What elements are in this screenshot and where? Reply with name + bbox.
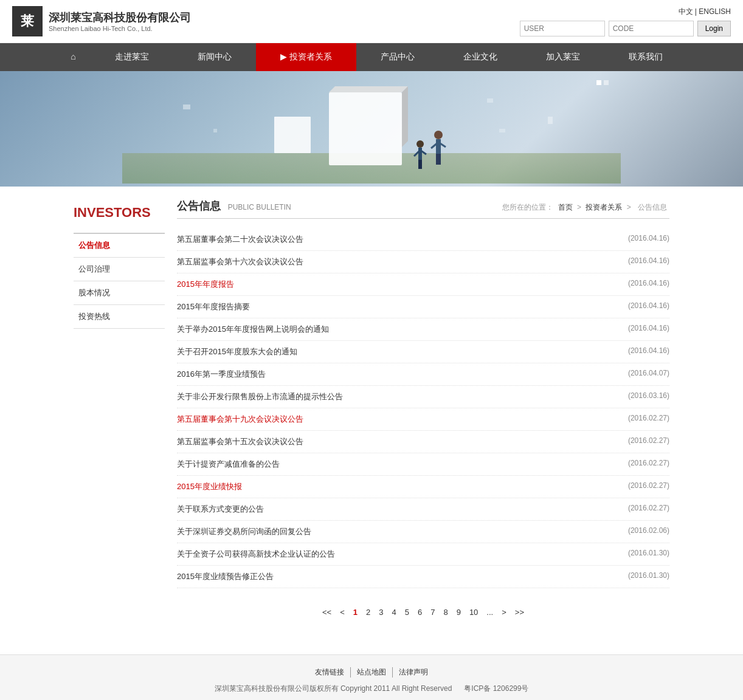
- news-date: (2016.04.16): [628, 301, 669, 312]
- footer-link-0[interactable]: 友情链接: [309, 667, 351, 678]
- news-title-link[interactable]: 关于计提资产减值准备的公告: [177, 459, 280, 470]
- svg-rect-18: [487, 98, 493, 103]
- news-item: 第五届监事会第十六次会议决议公告 (2016.04.16): [177, 251, 669, 273]
- content-header: 公告信息 PUBLIC BULLETIN 您所在的位置： 首页 > 投资者关系 …: [177, 199, 669, 219]
- news-title-link[interactable]: 关于深圳证券交易所问询函的回复公告: [177, 526, 311, 537]
- sidebar: INVESTORS 公告信息 公司治理 股本情况 投资热线: [74, 199, 165, 618]
- pagination-page[interactable]: 5: [403, 606, 412, 618]
- news-date: (2016.02.06): [628, 526, 669, 537]
- news-title-link[interactable]: 2015年度业绩预告修正公告: [177, 571, 274, 582]
- pagination-page[interactable]: 9: [454, 606, 463, 618]
- lang-en-link[interactable]: ENGLISH: [699, 7, 731, 16]
- pagination-page[interactable]: 6: [415, 606, 424, 618]
- lang-separator: |: [695, 7, 697, 16]
- sidebar-link-gonggao[interactable]: 公告信息: [74, 234, 165, 257]
- pagination-page[interactable]: 3: [376, 606, 385, 618]
- nav-contact[interactable]: 联系我们: [604, 43, 687, 71]
- nav-products[interactable]: 产品中心: [356, 43, 439, 71]
- pagination-page[interactable]: 8: [441, 606, 450, 618]
- news-date: (2016.04.16): [628, 279, 669, 290]
- news-item: 关于非公开发行限售股份上市流通的提示性公告 (2016.03.16): [177, 386, 669, 408]
- svg-point-5: [416, 140, 424, 148]
- pagination-next[interactable]: >: [499, 606, 509, 618]
- news-date: (2016.02.27): [628, 436, 669, 447]
- news-title-link[interactable]: 关于非公开发行限售股份上市流通的提示性公告: [177, 391, 343, 402]
- sidebar-link-guben[interactable]: 股本情况: [74, 281, 165, 304]
- username-input[interactable]: [520, 21, 605, 36]
- sidebar-item-zhili[interactable]: 公司治理: [74, 258, 165, 281]
- svg-point-11: [434, 131, 443, 139]
- news-date: (2016.01.30): [628, 549, 669, 560]
- home-icon: ⌂: [71, 52, 75, 61]
- news-item: 第五届监事会第十五次会议决议公告 (2016.02.27): [177, 431, 669, 453]
- pagination-prev[interactable]: <: [337, 606, 347, 618]
- logo-area: 莱 深圳莱宝高科技股份有限公司 Shenzhen Laibao Hi-Tech …: [12, 6, 191, 36]
- breadcrumb-investors[interactable]: 投资者关系: [586, 203, 622, 211]
- news-title-link[interactable]: 关于全资子公司获得高新技术企业认证的公告: [177, 549, 335, 560]
- banner-inner: [122, 74, 621, 184]
- content-title-group: 公告信息 PUBLIC BULLETIN: [177, 199, 291, 213]
- svg-rect-19: [548, 117, 553, 124]
- news-title-link[interactable]: 关于召开2015年度股东大会的通知: [177, 346, 297, 357]
- news-title-link[interactable]: 第五届监事会第十五次会议决议公告: [177, 436, 303, 447]
- breadcrumb-sep2: >: [627, 203, 633, 211]
- news-item: 关于联系方式变更的公告 (2016.02.27): [177, 498, 669, 521]
- nav-join[interactable]: 加入莱宝: [522, 43, 604, 71]
- news-item: 关于深圳证券交易所问询函的回复公告 (2016.02.06): [177, 521, 669, 543]
- sidebar-item-hotline[interactable]: 投资热线: [74, 305, 165, 329]
- news-date: (2016.04.07): [628, 369, 669, 380]
- news-title-link[interactable]: 第五届董事会第十九次会议决议公告: [177, 414, 303, 425]
- news-item: 关于全资子公司获得高新技术企业认证的公告 (2016.01.30): [177, 543, 669, 566]
- login-button[interactable]: Login: [697, 21, 731, 36]
- pagination-first[interactable]: <<: [320, 606, 334, 618]
- pagination-current-page: 1: [351, 606, 360, 618]
- news-title-link[interactable]: 2015年年度报告摘要: [177, 301, 250, 312]
- code-input[interactable]: [609, 21, 694, 36]
- news-item: 第五届董事会第十九次会议决议公告 (2016.02.27): [177, 408, 669, 431]
- news-title-link[interactable]: 第五届董事会第二十次会议决议公告: [177, 234, 303, 245]
- news-date: (2016.04.16): [628, 234, 669, 245]
- lang-cn-link[interactable]: 中文: [679, 7, 693, 16]
- pagination-last[interactable]: >>: [513, 606, 527, 618]
- news-item: 关于召开2015年度股东大会的通知 (2016.04.16): [177, 341, 669, 363]
- nav-culture[interactable]: 企业文化: [439, 43, 522, 71]
- news-title-link[interactable]: 2015年年度报告: [177, 279, 234, 290]
- banner: [0, 71, 743, 187]
- nav-home[interactable]: ⌂: [56, 43, 90, 71]
- pagination-page[interactable]: 10: [467, 606, 480, 618]
- news-title-link[interactable]: 2016年第一季度业绩预告: [177, 369, 266, 380]
- news-title-link[interactable]: 第五届监事会第十六次会议决议公告: [177, 256, 303, 267]
- sidebar-link-hotline[interactable]: 投资热线: [74, 305, 165, 328]
- breadcrumb-current: 公告信息: [638, 203, 667, 211]
- main-nav: ⌂ 走进莱宝 新闻中心 ▶投资者关系 产品中心 企业文化 加入莱宝 联系我们: [0, 43, 743, 71]
- svg-rect-9: [418, 160, 420, 169]
- news-title-link[interactable]: 2015年度业绩快报: [177, 481, 242, 492]
- news-date: (2016.02.27): [628, 481, 669, 492]
- content-title: 公告信息: [177, 200, 221, 212]
- sidebar-link-zhili[interactable]: 公司治理: [74, 258, 165, 281]
- news-item: 关于举办2015年年度报告网上说明会的通知 (2016.04.16): [177, 318, 669, 341]
- news-title-link[interactable]: 关于联系方式变更的公告: [177, 504, 264, 515]
- footer-links: 友情链接站点地图法律声明: [12, 667, 731, 678]
- breadcrumb-home[interactable]: 首页: [558, 203, 573, 211]
- sidebar-title: INVESTORS: [74, 199, 165, 221]
- footer-link-1[interactable]: 站点地图: [351, 667, 393, 678]
- svg-rect-21: [499, 129, 505, 132]
- footer-link-2[interactable]: 法律声明: [393, 667, 434, 678]
- sidebar-item-guben[interactable]: 股本情况: [74, 281, 165, 305]
- news-title-link[interactable]: 关于举办2015年年度报告网上说明会的通知: [177, 324, 329, 335]
- news-date: (2016.01.30): [628, 571, 669, 582]
- pagination-page[interactable]: 7: [428, 606, 437, 618]
- news-date: (2016.04.16): [628, 346, 669, 357]
- pagination-page[interactable]: 4: [389, 606, 398, 618]
- nav-about[interactable]: 走进莱宝: [91, 43, 173, 71]
- nav-investors[interactable]: ▶投资者关系: [256, 43, 356, 71]
- header: 莱 深圳莱宝高科技股份有限公司 Shenzhen Laibao Hi-Tech …: [0, 0, 743, 43]
- nav-news[interactable]: 新闻中心: [173, 43, 256, 71]
- footer-icp: 粤ICP备 1206299号: [464, 684, 528, 693]
- news-item: 第五届董事会第二十次会议决议公告 (2016.04.16): [177, 228, 669, 251]
- footer: 友情链接站点地图法律声明 深圳莱宝高科技股份有限公司版权所有 Copyright…: [0, 654, 743, 700]
- sidebar-item-gonggao[interactable]: 公告信息: [74, 234, 165, 258]
- pagination-page[interactable]: 2: [364, 606, 373, 618]
- news-list: 第五届董事会第二十次会议决议公告 (2016.04.16) 第五届监事会第十六次…: [177, 228, 669, 588]
